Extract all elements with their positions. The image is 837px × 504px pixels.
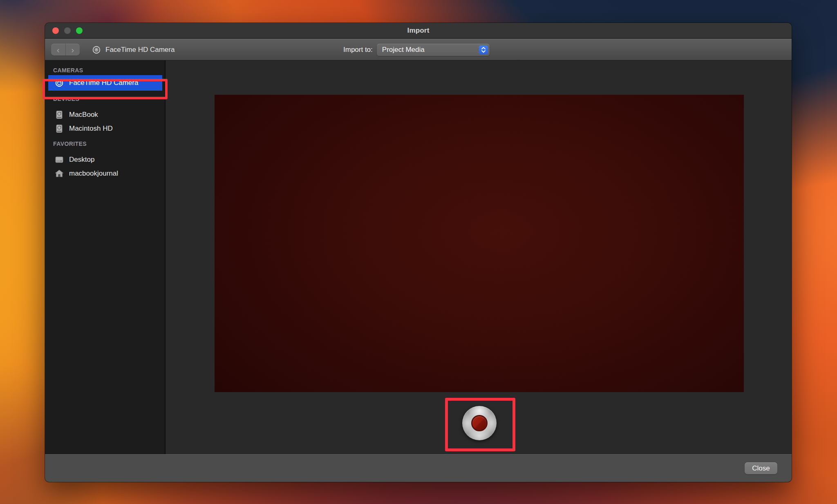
history-nav: ‹ ›: [51, 44, 80, 56]
toolbar-device-label: FaceTime HD Camera: [105, 46, 175, 54]
camera-noise-overlay: [215, 95, 744, 392]
sidebar-section-cameras: CAMERAS: [45, 65, 165, 75]
forward-button[interactable]: ›: [66, 44, 80, 56]
sidebar-item-macbookjournal[interactable]: macbookjournal: [45, 167, 165, 181]
sidebar-item-label: macbookjournal: [69, 169, 118, 178]
destination-dropdown[interactable]: Project Media: [377, 44, 490, 56]
record-button[interactable]: [462, 406, 497, 440]
import-to-group: Import to: Project Media: [343, 39, 490, 60]
window-title: Import: [407, 27, 429, 35]
sidebar-item-label: MacBook: [69, 111, 98, 119]
record-icon: [471, 415, 488, 431]
import-window: Import ‹ › FaceTime HD Camera Import to:…: [45, 23, 792, 482]
sidebar-section-devices: DEVICES: [45, 94, 165, 104]
back-button[interactable]: ‹: [51, 44, 66, 56]
dropdown-chevrons-icon: [479, 45, 488, 54]
desktop-icon: [55, 155, 64, 164]
zoom-window-button[interactable]: [76, 27, 83, 34]
traffic-lights: [52, 23, 83, 38]
main-content: [166, 60, 792, 454]
import-to-label: Import to:: [343, 46, 373, 54]
destination-value: Project Media: [377, 46, 425, 54]
camera-icon: [92, 45, 101, 54]
toolbar-device: FaceTime HD Camera: [92, 39, 175, 60]
sidebar-item-desktop[interactable]: Desktop: [45, 153, 165, 167]
sidebar-item-label: Macintosh HD: [69, 125, 113, 133]
hard-drive-icon: [55, 124, 64, 133]
sidebar-item-label: Desktop: [69, 156, 94, 164]
sidebar-section-favorites: FAVORITES: [45, 139, 165, 149]
sidebar-item-macintosh-hd[interactable]: Macintosh HD: [45, 122, 165, 136]
record-bar: [215, 392, 744, 454]
toolbar: ‹ › FaceTime HD Camera Import to: Projec…: [45, 39, 792, 60]
sidebar-item-facetime-camera[interactable]: FaceTime HD Camera: [48, 75, 162, 91]
minimize-window-button[interactable]: [64, 27, 71, 34]
sidebar: CAMERAS FaceTime HD Camera DEVICES: [45, 60, 166, 454]
sidebar-item-macbook[interactable]: MacBook: [45, 108, 165, 122]
title-bar: Import: [45, 23, 792, 38]
sidebar-item-label: FaceTime HD Camera: [69, 79, 138, 87]
camera-preview: [215, 95, 744, 392]
hard-drive-icon: [55, 110, 64, 119]
close-window-button[interactable]: [52, 27, 59, 34]
close-button[interactable]: Close: [745, 462, 777, 474]
footer-bar: Close: [45, 454, 792, 482]
home-icon: [55, 169, 64, 178]
camera-icon: [55, 78, 64, 87]
